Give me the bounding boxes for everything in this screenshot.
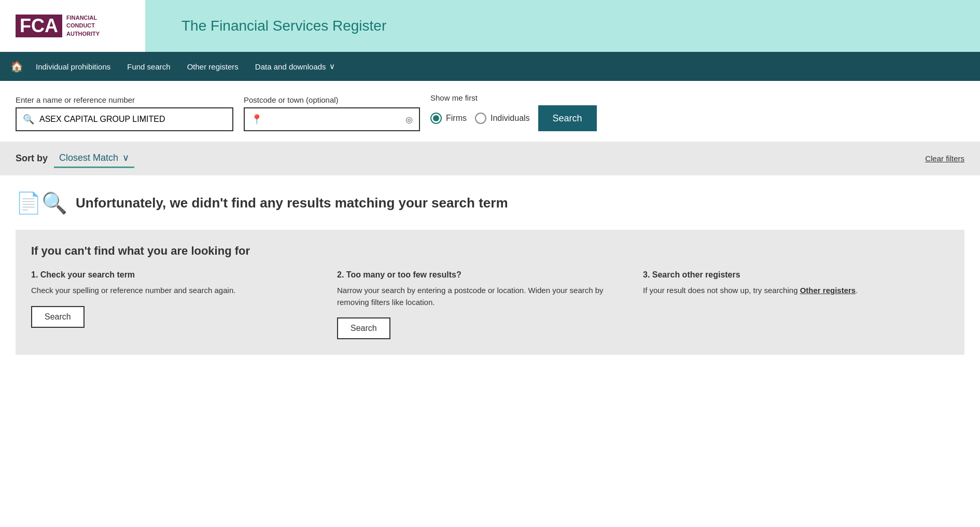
help-col2-search-button[interactable]: Search bbox=[337, 317, 390, 339]
page-title: The Financial Services Register bbox=[161, 18, 386, 34]
help-col3-text-after: . bbox=[856, 286, 858, 295]
fca-logo-box: FCA bbox=[16, 15, 62, 37]
help-col1-title: 1. Check your search term bbox=[31, 270, 316, 280]
name-search-input[interactable] bbox=[39, 115, 226, 124]
radio-firms-label: Firms bbox=[446, 114, 467, 123]
main-nav: 🏠 Individual prohibitions Fund search Ot… bbox=[0, 52, 980, 81]
name-input-label: Enter a name or reference number bbox=[16, 95, 233, 104]
radio-individuals-circle[interactable] bbox=[475, 113, 486, 124]
help-col3-text: If your result does not show up, try sea… bbox=[643, 285, 928, 297]
help-column-too-many: 2. Too many or too few results? Narrow y… bbox=[337, 270, 643, 339]
location-search-input[interactable] bbox=[268, 115, 400, 124]
no-results-text: Unfortunately, we didn't find any result… bbox=[76, 195, 508, 211]
nav-data-and-downloads[interactable]: Data and downloads ∨ bbox=[255, 62, 335, 71]
help-column-check-term: 1. Check your search term Check your spe… bbox=[31, 270, 337, 339]
help-col3-title: 3. Search other registers bbox=[643, 270, 928, 280]
sort-bar: Sort by Closest Match ∨ Clear filters bbox=[0, 142, 980, 175]
nav-other-registers[interactable]: Other registers bbox=[187, 62, 239, 71]
header-top: FCA FINANCIAL CONDUCT AUTHORITY The Fina… bbox=[0, 0, 980, 52]
search-area: Enter a name or reference number 🔍 Postc… bbox=[0, 81, 980, 142]
radio-group: Firms Individuals Search bbox=[430, 105, 597, 131]
sort-by-label: Sort by bbox=[16, 153, 48, 164]
radio-individuals[interactable]: Individuals bbox=[475, 113, 530, 124]
help-col2-title: 2. Too many or too few results? bbox=[337, 270, 622, 280]
page-header: FCA FINANCIAL CONDUCT AUTHORITY The Fina… bbox=[0, 0, 980, 81]
search-button[interactable]: Search bbox=[538, 105, 597, 131]
sort-chevron-down-icon: ∨ bbox=[122, 152, 129, 163]
search-icon: 🔍 bbox=[23, 114, 34, 125]
radio-individuals-label: Individuals bbox=[491, 114, 530, 123]
clear-filters-link[interactable]: Clear filters bbox=[925, 154, 964, 163]
radio-firms-circle[interactable] bbox=[430, 113, 442, 124]
help-col1-search-button[interactable]: Search bbox=[31, 306, 85, 328]
nav-individual-prohibitions[interactable]: Individual prohibitions bbox=[36, 62, 110, 71]
help-col3-text-before: If your result does not show up, try sea… bbox=[643, 286, 800, 295]
location-input-label: Postcode or town (optional) bbox=[244, 95, 420, 104]
nav-fund-search[interactable]: Fund search bbox=[127, 62, 170, 71]
location-target-icon[interactable]: ◎ bbox=[405, 115, 413, 124]
name-input-wrapper[interactable]: 🔍 bbox=[16, 107, 233, 131]
other-registers-link[interactable]: Other registers bbox=[800, 286, 856, 295]
home-nav-icon[interactable]: 🏠 bbox=[10, 60, 23, 73]
sort-dropdown[interactable]: Closest Match ∨ bbox=[54, 149, 134, 168]
help-columns: 1. Check your search term Check your spe… bbox=[31, 270, 949, 339]
fca-logo: FCA FINANCIAL CONDUCT AUTHORITY bbox=[16, 14, 100, 38]
no-results-icon: 📄🔍 bbox=[16, 191, 67, 215]
location-input-wrapper[interactable]: 📍 ◎ bbox=[244, 107, 420, 131]
help-column-other-registers: 3. Search other registers If your result… bbox=[643, 270, 949, 339]
location-field-group: Postcode or town (optional) 📍 ◎ bbox=[244, 95, 420, 131]
no-results-area: 📄🔍 Unfortunately, we didn't find any res… bbox=[0, 175, 980, 365]
location-pin-icon: 📍 bbox=[251, 114, 262, 125]
name-field-group: Enter a name or reference number 🔍 bbox=[16, 95, 233, 131]
help-box-title: If you can't find what you are looking f… bbox=[31, 244, 949, 258]
help-col2-text: Narrow your search by entering a postcod… bbox=[337, 285, 622, 308]
show-me-first-group: Show me first Firms Individuals Search bbox=[430, 93, 597, 131]
help-box: If you can't find what you are looking f… bbox=[16, 230, 964, 355]
chevron-down-icon: ∨ bbox=[329, 62, 335, 71]
sort-left: Sort by Closest Match ∨ bbox=[16, 149, 134, 168]
show-me-first-label: Show me first bbox=[430, 93, 597, 102]
radio-firms[interactable]: Firms bbox=[430, 113, 467, 124]
sort-value: Closest Match bbox=[59, 152, 118, 163]
logo-area: FCA FINANCIAL CONDUCT AUTHORITY bbox=[16, 14, 161, 38]
fca-authority-text: FINANCIAL CONDUCT AUTHORITY bbox=[66, 14, 100, 38]
help-col1-text: Check your spelling or reference number … bbox=[31, 285, 316, 297]
no-results-heading: 📄🔍 Unfortunately, we didn't find any res… bbox=[16, 191, 964, 215]
